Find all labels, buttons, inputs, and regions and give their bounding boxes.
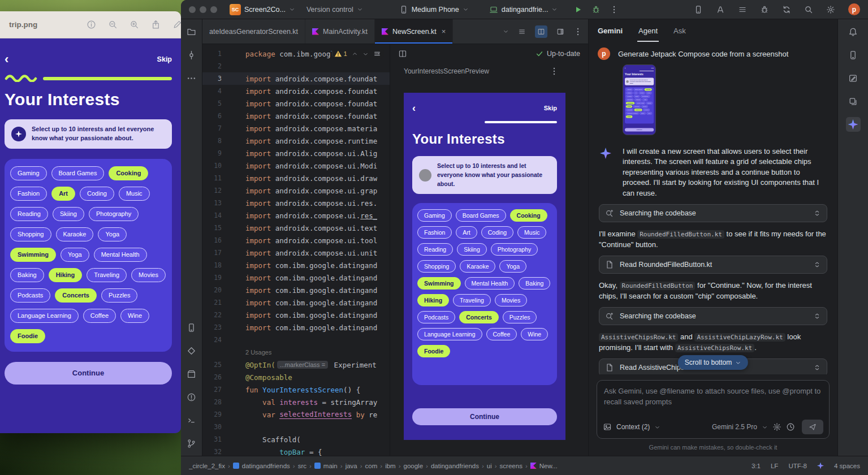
expand-icon[interactable] bbox=[813, 209, 821, 217]
interest-chip[interactable]: Yoga bbox=[98, 227, 127, 241]
interest-chip[interactable]: Cooking bbox=[109, 166, 148, 180]
more-options-icon[interactable] bbox=[573, 27, 582, 36]
interest-chip[interactable]: Reading bbox=[10, 207, 48, 221]
interest-chip[interactable]: Movies bbox=[495, 294, 527, 306]
interest-chip[interactable]: Foodie bbox=[417, 345, 450, 357]
code-editor[interactable]: 1package com.ibm.googl23import androidx.… bbox=[202, 44, 390, 456]
interest-chip[interactable]: Wine bbox=[120, 309, 149, 323]
editor-tab[interactable]: ateIdeasGeneratorScreen.kt bbox=[202, 19, 305, 44]
user-avatar[interactable]: p bbox=[848, 3, 860, 15]
breadcrumb-item[interactable]: ui bbox=[487, 463, 492, 469]
interest-chip[interactable]: Language Learning bbox=[417, 328, 482, 340]
interest-chip[interactable]: Swimming bbox=[10, 248, 56, 262]
interest-chip[interactable]: Music bbox=[517, 226, 546, 239]
expand-icon[interactable] bbox=[813, 261, 821, 269]
info-icon[interactable] bbox=[87, 20, 96, 29]
interest-chip[interactable]: Traveling bbox=[87, 268, 127, 282]
profiler-icon[interactable] bbox=[716, 5, 725, 14]
gemini-settings-icon[interactable] bbox=[772, 422, 781, 431]
maximize-window-icon[interactable] bbox=[210, 6, 217, 13]
more-tool-windows-icon[interactable] bbox=[184, 71, 199, 85]
running-devices-icon[interactable] bbox=[846, 48, 861, 62]
interest-chip[interactable]: Concerts bbox=[55, 288, 97, 303]
problems-tool-icon[interactable] bbox=[184, 390, 199, 404]
interest-chip[interactable]: Movies bbox=[131, 268, 166, 282]
scroll-to-bottom-button[interactable]: Scroll to bottom bbox=[678, 355, 748, 370]
file-encoding[interactable]: UTF-8 bbox=[788, 463, 807, 469]
breadcrumb-item[interactable]: _circle_2_fix bbox=[189, 463, 225, 469]
zoom-out-icon[interactable] bbox=[108, 20, 118, 29]
interest-chip[interactable]: Traveling bbox=[453, 294, 491, 306]
interest-chip[interactable]: Coding bbox=[80, 187, 114, 201]
close-window-icon[interactable] bbox=[189, 6, 196, 13]
structure-tool-icon[interactable] bbox=[184, 343, 199, 358]
run-button[interactable] bbox=[573, 5, 582, 14]
run-configuration-selector[interactable]: datingandfrie... bbox=[489, 5, 558, 14]
edit-icon[interactable] bbox=[172, 20, 181, 29]
vcs-widget[interactable]: Version control bbox=[306, 6, 363, 14]
interest-chip[interactable]: Cooking bbox=[510, 209, 547, 222]
interest-chip[interactable]: Skiing bbox=[457, 243, 487, 256]
interest-chip[interactable]: Fashion bbox=[417, 226, 452, 239]
ai-status-icon[interactable] bbox=[817, 463, 824, 469]
interest-chip[interactable]: Reading bbox=[417, 243, 453, 256]
interest-chip[interactable]: Puzzles bbox=[101, 288, 138, 303]
tool-call-card[interactable]: Searching the codebase bbox=[599, 204, 827, 222]
interest-chip[interactable]: Skiing bbox=[53, 207, 84, 221]
interest-chip[interactable]: Art bbox=[51, 187, 75, 201]
interest-chip[interactable]: Karaoke bbox=[56, 227, 94, 241]
interest-chip[interactable]: Art bbox=[456, 226, 477, 239]
editor-tab[interactable]: MainActivity.kt bbox=[305, 19, 375, 44]
device-manager-tool-icon[interactable] bbox=[184, 320, 199, 335]
tool-call-card[interactable]: Read RoundedFilledButton.kt bbox=[599, 256, 827, 274]
interest-chip[interactable]: Fashion bbox=[10, 187, 47, 201]
split-view-button[interactable] bbox=[535, 25, 547, 38]
interest-chip[interactable]: Music bbox=[119, 187, 150, 201]
breadcrumb-item[interactable]: ibm bbox=[385, 463, 396, 469]
warning-badge[interactable]: 1 bbox=[334, 50, 347, 58]
device-manager-icon[interactable] bbox=[694, 5, 703, 14]
interest-chip[interactable]: Foodie bbox=[10, 329, 45, 343]
interest-chip[interactable]: Board Games bbox=[456, 209, 506, 222]
preview-options-icon[interactable] bbox=[550, 67, 559, 76]
breadcrumb-item[interactable]: New... bbox=[530, 463, 558, 469]
interest-chip[interactable]: Gaming bbox=[10, 166, 47, 180]
interest-chip[interactable]: Coffee bbox=[486, 328, 517, 340]
minimize-window-icon[interactable] bbox=[200, 6, 206, 13]
interest-chip[interactable]: Coffee bbox=[83, 309, 116, 323]
todo-list-icon[interactable] bbox=[738, 5, 747, 14]
interest-chip[interactable]: Yoga bbox=[61, 248, 89, 262]
model-selector[interactable]: Gemini 2.5 Pro bbox=[712, 423, 757, 431]
interest-chip[interactable]: Gaming bbox=[417, 209, 452, 222]
sync-project-icon[interactable] bbox=[782, 5, 791, 14]
app-insights-icon[interactable] bbox=[760, 5, 769, 14]
project-tool-icon[interactable] bbox=[184, 24, 199, 39]
inspection-settings-icon[interactable] bbox=[373, 50, 381, 58]
more-actions-icon[interactable] bbox=[610, 5, 619, 14]
breadcrumb-item[interactable]: com bbox=[365, 463, 378, 469]
zoom-in-icon[interactable] bbox=[129, 20, 139, 29]
device-selector[interactable]: Medium Phone bbox=[399, 5, 469, 14]
expand-icon[interactable] bbox=[813, 312, 821, 320]
expand-icon[interactable] bbox=[813, 364, 821, 372]
terminal-tool-icon[interactable] bbox=[184, 413, 199, 428]
interest-chip[interactable]: Yoga bbox=[499, 260, 526, 273]
attachment-image[interactable]: ‹ Skip Your Interests Select up to 10 in… bbox=[623, 64, 656, 135]
breadcrumb-item[interactable]: google bbox=[404, 463, 424, 469]
context-selector[interactable]: Context (2) bbox=[616, 423, 650, 431]
breadcrumb-item[interactable]: src bbox=[298, 463, 306, 469]
indent-setting[interactable]: 4 spaces bbox=[834, 463, 860, 469]
interest-chip[interactable]: Karaoke bbox=[460, 260, 495, 273]
previous-problem-icon[interactable] bbox=[352, 51, 358, 57]
interest-chip[interactable]: Podcasts bbox=[417, 311, 455, 323]
gemini-toolwindow-icon[interactable] bbox=[846, 117, 861, 132]
project-selector[interactable]: SC Screen2Co... bbox=[230, 4, 295, 15]
caret-position[interactable]: 3:1 bbox=[752, 463, 761, 469]
interest-chip[interactable]: Baking bbox=[10, 268, 44, 282]
interest-chip[interactable]: Language Learning bbox=[10, 309, 79, 323]
breadcrumb-item[interactable]: screens bbox=[500, 463, 522, 469]
gemini-chat[interactable]: pGenerate Jetpack Compose code from a sc… bbox=[589, 42, 837, 374]
git-tool-icon[interactable] bbox=[184, 436, 199, 451]
settings-icon[interactable] bbox=[826, 5, 835, 14]
code-view-button[interactable] bbox=[516, 25, 528, 38]
